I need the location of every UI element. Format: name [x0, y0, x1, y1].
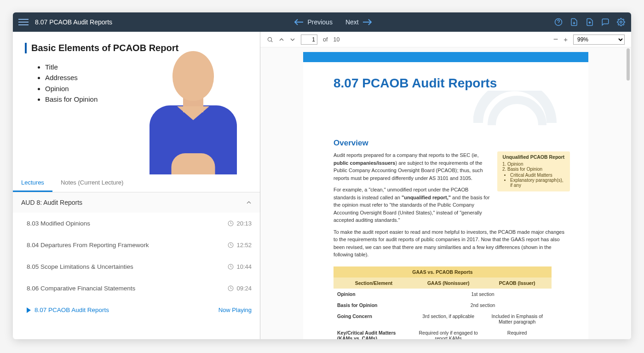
section-title: AUD 8: Audit Reports: [21, 199, 82, 206]
lecture-item[interactable]: 8.06 Comparative Financial Statements 09…: [13, 278, 260, 299]
settings-icon[interactable]: [616, 17, 626, 27]
zoom-in-icon[interactable]: +: [564, 35, 568, 43]
overview-heading: Overview: [303, 127, 588, 151]
presenter-figure: [140, 50, 246, 174]
pdf-viewport[interactable]: 8.07 PCAOB Audit Reports Overview Audit …: [260, 47, 631, 339]
lecture-duration: 10:44: [228, 263, 252, 270]
zoom-select[interactable]: 99%: [573, 35, 625, 45]
clock-icon: [228, 264, 234, 270]
right-panel: of 10 − + 99% 8.07 PCAOB Audit Reports O…: [260, 32, 631, 339]
page-total: 10: [333, 36, 339, 43]
lecture-item[interactable]: 8.03 Modified Opinions 20:13: [13, 213, 260, 234]
scrollbar[interactable]: [626, 47, 630, 339]
clock-icon: [228, 242, 234, 248]
pdf-page: 8.07 PCAOB Audit Reports Overview Audit …: [303, 52, 588, 339]
arrow-right-icon: [362, 19, 372, 25]
table-caption: GAAS vs. PCAOB Reports: [334, 266, 552, 278]
comparison-table: GAAS vs. PCAOB Reports Section/Element G…: [334, 266, 552, 340]
page-of-label: of: [323, 36, 328, 43]
clock-icon: [228, 285, 234, 291]
lecture-title: 8.07 PCAOB Audit Reports: [34, 307, 109, 313]
lecture-title: 8.03 Modified Opinions: [27, 220, 90, 227]
table-header: PCAOB (Issuer): [483, 278, 552, 289]
section-header[interactable]: AUD 8: Audit Reports: [13, 192, 260, 213]
lecture-item-active[interactable]: 8.07 PCAOB Audit Reports Now Playing: [13, 299, 260, 321]
lecture-item[interactable]: 8.05 Scope Limitations & Uncertainties 1…: [13, 256, 260, 278]
zoom-out-icon[interactable]: −: [553, 35, 558, 44]
lecture-title: 8.04 Departures From Reporting Framework: [27, 242, 149, 249]
table-header: Section/Element: [334, 278, 414, 289]
chevron-up-icon: [246, 200, 252, 205]
lecture-title: 8.05 Scope Limitations & Uncertainties: [27, 263, 133, 270]
export-icon[interactable]: [585, 17, 594, 27]
arrow-left-icon: [294, 19, 304, 25]
body-text: Audit reports prepared for a company tha…: [334, 151, 491, 228]
page-up-icon[interactable]: [279, 37, 284, 42]
tab-lectures[interactable]: Lectures: [13, 174, 52, 192]
lecture-duration: 09:24: [228, 285, 252, 292]
page-header-bar: [303, 52, 588, 62]
tab-bar: Lectures Notes (Current Lecture): [13, 174, 260, 192]
nav-center: Previous Next: [112, 18, 554, 26]
body-text: To make the audit report easier to read …: [334, 228, 570, 263]
previous-button[interactable]: Previous: [294, 18, 332, 26]
svg-point-6: [268, 37, 271, 41]
lectures-list: 8.03 Modified Opinions 20:13 8.04 Depart…: [13, 213, 260, 339]
page-number-input[interactable]: [301, 35, 317, 45]
video-slide[interactable]: Basic Elements of PCAOB Report Title Add…: [13, 32, 260, 174]
page-down-icon[interactable]: [290, 37, 295, 42]
chat-icon[interactable]: [601, 17, 610, 27]
clock-icon: [228, 220, 234, 226]
callout-box: Unqualified PCAOB Report Opinion Basis f…: [497, 151, 570, 191]
play-icon: [27, 307, 31, 313]
document-title: 8.07 PCAOB Audit Reports: [303, 62, 588, 91]
app-header: 8.07 PCAOB Audit Reports Previous Next: [13, 12, 631, 32]
lecture-item[interactable]: 8.04 Departures From Reporting Framework…: [13, 234, 260, 256]
slide-title-bold: Basic Elements: [31, 43, 99, 53]
left-panel: Basic Elements of PCAOB Report Title Add…: [13, 32, 260, 339]
help-icon[interactable]: [554, 17, 563, 27]
tab-notes[interactable]: Notes (Current Lecture): [52, 174, 132, 192]
lecture-title: 8.06 Comparative Financial Statements: [27, 285, 135, 292]
table-header: GAAS (Nonissuer): [414, 278, 483, 289]
next-label: Next: [345, 18, 359, 26]
download-icon[interactable]: [569, 17, 579, 27]
previous-label: Previous: [307, 18, 332, 26]
pdf-toolbar: of 10 − + 99%: [260, 32, 631, 47]
scroll-thumb[interactable]: [627, 48, 630, 81]
page-title: 8.07 PCAOB Audit Reports: [35, 18, 112, 26]
header-actions: [554, 17, 626, 27]
lecture-duration: 12:52: [228, 242, 252, 249]
next-button[interactable]: Next: [345, 18, 372, 26]
watermark-graphic: [303, 91, 588, 127]
now-playing-label: Now Playing: [218, 307, 252, 313]
lecture-duration: 20:13: [228, 220, 252, 227]
search-icon[interactable]: [267, 36, 273, 43]
menu-icon[interactable]: [18, 17, 29, 27]
svg-point-1: [620, 21, 622, 23]
callout-title: Unqualified PCAOB Report: [501, 154, 566, 160]
